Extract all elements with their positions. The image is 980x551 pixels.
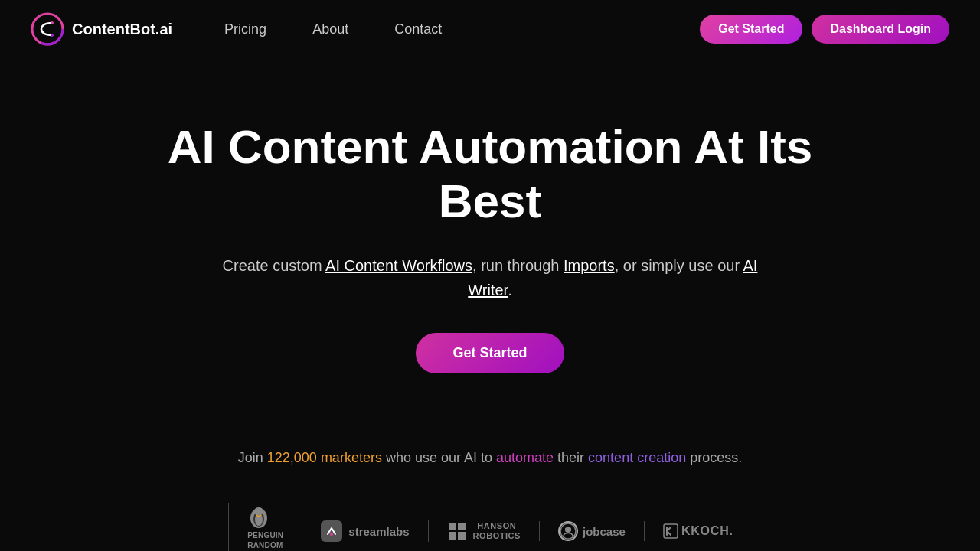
logo-jobcase: jobcase <box>540 521 645 541</box>
koch-icon <box>663 523 678 539</box>
social-proof-suffix: process. <box>686 450 742 465</box>
penguin-icon <box>247 503 270 530</box>
logo-penguin-random-house: Penguin Random House <box>228 503 302 551</box>
svg-rect-16 <box>449 532 456 540</box>
svg-point-3 <box>51 34 54 37</box>
navbar: ContentBot.ai Pricing About Contact Get … <box>0 0 980 58</box>
svg-point-11 <box>254 507 263 515</box>
svg-point-13 <box>330 533 333 536</box>
logo-text: ContentBot.ai <box>72 21 172 38</box>
social-proof-mid2: their <box>554 450 588 465</box>
social-proof-count: 122,000 marketers <box>267 450 382 465</box>
logo-icon <box>31 12 64 46</box>
svg-rect-14 <box>449 523 456 530</box>
nav-get-started-button[interactable]: Get Started <box>700 15 802 44</box>
prh-text-line2: Random <box>247 540 283 550</box>
logo-streamlabs: streamlabs <box>302 520 428 542</box>
hero-subtitle-mid1: , run through <box>472 257 564 274</box>
nav-dashboard-login-button[interactable]: Dashboard Login <box>812 15 949 44</box>
partner-logos: Penguin Random House streamlabs <box>228 503 752 551</box>
social-proof-mid: who use our AI to <box>382 450 496 465</box>
jobcase-icon <box>558 521 578 541</box>
nav-links: Pricing About Contact <box>224 21 442 37</box>
prh-text-line1: Penguin <box>247 530 283 540</box>
hero-subtitle-mid2: , or simply use our <box>615 257 743 274</box>
hanson-icon <box>447 521 467 541</box>
logo[interactable]: ContentBot.ai <box>31 12 172 46</box>
svg-rect-15 <box>458 523 466 530</box>
hero-get-started-button[interactable]: Get Started <box>416 333 564 373</box>
hero-subtitle-prefix: Create custom <box>223 257 326 274</box>
jobcase-text: jobcase <box>583 525 626 538</box>
social-proof-prefix: Join <box>238 450 267 465</box>
hero-subtitle-suffix: . <box>508 282 512 298</box>
nav-link-about[interactable]: About <box>312 21 348 37</box>
hero-link-imports[interactable]: Imports <box>564 257 615 274</box>
hero-section: AI Content Automation At Its Best Create… <box>0 58 980 404</box>
social-proof-content: content creation <box>588 450 686 465</box>
svg-rect-17 <box>458 532 466 540</box>
nav-left: ContentBot.ai Pricing About Contact <box>31 12 442 46</box>
svg-point-2 <box>51 21 54 24</box>
svg-rect-19 <box>664 524 678 538</box>
hero-link-workflows[interactable]: AI Content Workflows <box>325 257 472 274</box>
hanson-text-line2: ROBOTICS <box>473 531 521 541</box>
streamlabs-text: streamlabs <box>348 525 409 538</box>
logo-hanson-robotics: HANSON ROBOTICS <box>429 521 540 541</box>
koch-text: KKOCH. <box>681 524 733 538</box>
hero-title: AI Content Automation At Its Best <box>145 119 835 229</box>
social-proof-section: Join 122,000 marketers who use our AI to… <box>0 404 980 551</box>
nav-right: Get Started Dashboard Login <box>700 15 949 44</box>
nav-link-pricing[interactable]: Pricing <box>224 21 266 37</box>
hanson-text-line1: HANSON <box>473 521 521 531</box>
nav-link-contact[interactable]: Contact <box>394 21 442 37</box>
social-proof-automate: automate <box>496 450 554 465</box>
social-proof-text: Join 122,000 marketers who use our AI to… <box>238 450 742 466</box>
streamlabs-icon <box>321 520 342 542</box>
logo-koch: KKOCH. <box>645 523 752 539</box>
hero-subtitle: Create custom AI Content Workflows, run … <box>203 253 777 302</box>
